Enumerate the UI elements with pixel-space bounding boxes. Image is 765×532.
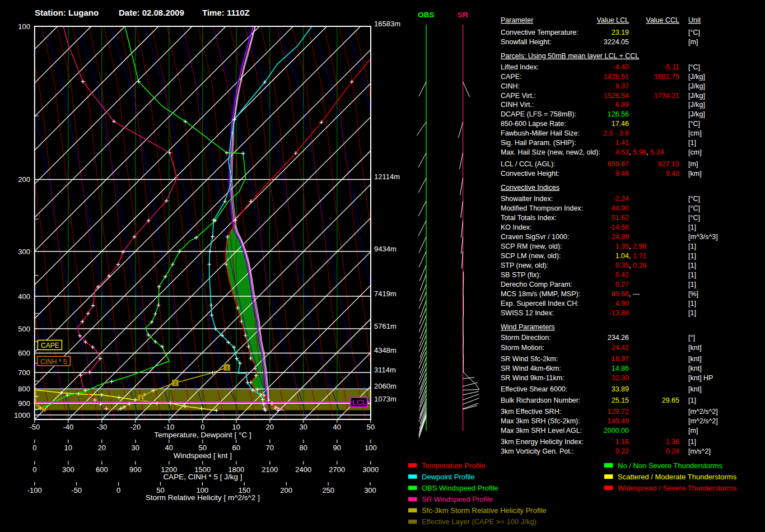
svg-text:[J/kg]: [J/kg] [688, 110, 705, 118]
svg-text:0.22: 0.22 [615, 447, 629, 455]
svg-text:40: 40 [333, 423, 341, 431]
svg-text:CAPE, CINH * 5 [ J/kg ]: CAPE, CINH * 5 [ J/kg ] [163, 473, 242, 481]
svg-text:Windspeed [ knt ]: Windspeed [ knt ] [174, 451, 232, 460]
svg-text:SR: SR [458, 11, 468, 19]
svg-text:16583m: 16583m [374, 20, 400, 28]
svg-text:LCL / CCL (AGL):: LCL / CCL (AGL): [501, 160, 556, 168]
svg-text:LCL: LCL [353, 398, 367, 407]
svg-text:[knt] HP: [knt] HP [688, 374, 713, 382]
svg-text:51.62: 51.62 [612, 214, 629, 222]
svg-text:-40: -40 [63, 423, 73, 431]
svg-text:Derecho Comp Param:: Derecho Comp Param: [501, 281, 572, 288]
svg-text:[1]: [1] [688, 242, 696, 250]
svg-text:1526.54: 1526.54 [604, 92, 629, 100]
svg-text:Exp. Supercell Index CH:: Exp. Supercell Index CH: [501, 300, 579, 307]
svg-text:Date: 02.08.2009: Date: 02.08.2009 [119, 8, 184, 17]
svg-text:Sig. Hail Param. (SHIP):: Sig. Hail Param. (SHIP): [501, 139, 576, 147]
svg-text:[°C]: [°C] [688, 204, 700, 212]
svg-text:, 5.98, 5.24: , 5.98, 5.24 [629, 148, 664, 156]
svg-text:700: 700 [18, 368, 30, 377]
svg-text:[J/kg]: [J/kg] [688, 73, 705, 81]
svg-text:100: 100 [18, 22, 30, 31]
svg-text:DCAPE (LFS = 758mB):: DCAPE (LFS = 758mB): [501, 110, 576, 118]
svg-text:50: 50 [367, 423, 375, 431]
svg-text:1734.21: 1734.21 [654, 92, 679, 100]
svg-text:[knt]: [knt] [688, 385, 702, 393]
svg-text:0.35: 0.35 [615, 262, 629, 269]
svg-text:Modified Thompson Index:: Modified Thompson Index: [501, 204, 583, 212]
svg-text:-14.56: -14.56 [609, 223, 629, 231]
svg-text:[cm]: [cm] [688, 148, 702, 156]
svg-text:Convective Indices: Convective Indices [501, 184, 559, 192]
svg-text:10: 10 [64, 444, 72, 452]
svg-text:2: 2 [174, 380, 176, 386]
svg-text:0: 0 [32, 444, 36, 452]
svg-text:1.41: 1.41 [615, 139, 629, 147]
svg-text:600: 600 [96, 465, 108, 474]
svg-text:149.49: 149.49 [608, 417, 629, 425]
svg-text:234.26: 234.26 [608, 334, 629, 342]
svg-text:Scattered / Moderate Thunderst: Scattered / Moderate Thunderstorms [618, 473, 737, 481]
svg-text:[°C]: [°C] [688, 29, 700, 36]
svg-text:90: 90 [333, 444, 341, 452]
svg-text:Effective Layer (CAPE >= 100 J: Effective Layer (CAPE >= 100 J/kg) [422, 517, 537, 526]
svg-text:-4.40: -4.40 [613, 63, 629, 71]
svg-text:3km Effective SRH:: 3km Effective SRH: [501, 408, 561, 416]
svg-text:3: 3 [226, 365, 228, 371]
svg-text:100: 100 [365, 444, 377, 452]
svg-text:1: 1 [139, 395, 142, 401]
svg-text:9.37: 9.37 [615, 82, 629, 90]
svg-text:Craven SigSvr / 1000:: Craven SigSvr / 1000: [501, 233, 569, 241]
svg-text:5761m: 5761m [374, 322, 397, 330]
svg-text:250: 250 [322, 486, 334, 494]
svg-text:[1]: [1] [688, 300, 696, 307]
svg-text:OBS: OBS [418, 11, 434, 19]
svg-text:24.89: 24.89 [612, 233, 629, 241]
svg-text:40: 40 [165, 444, 173, 452]
svg-text:12114m: 12114m [374, 172, 400, 181]
svg-text:0.27: 0.27 [615, 281, 629, 288]
svg-text:Parcels: Using 50mB mean layer: Parcels: Using 50mB mean layer LCL + CCL [501, 52, 639, 60]
svg-text:Snowfall Height:: Snowfall Height: [501, 38, 551, 46]
svg-text:800: 800 [18, 385, 30, 393]
svg-text:Max. Hail Size (new, new2, old: Max. Hail Size (new, new2, old): [501, 148, 600, 156]
svg-text:2060m: 2060m [374, 382, 397, 390]
svg-text:3000: 3000 [362, 465, 379, 474]
svg-text:[m^3/s^3]: [m^3/s^3] [688, 233, 718, 241]
svg-text:KO Index:: KO Index: [501, 223, 532, 231]
svg-text:2400: 2400 [295, 465, 311, 474]
svg-text:Station: Lugano: Station: Lugano [35, 8, 99, 17]
svg-text:[knt]: [knt] [688, 355, 702, 363]
svg-text:[1]: [1] [688, 309, 696, 317]
svg-text:0.24: 0.24 [666, 447, 679, 455]
svg-text:1.04: 1.04 [615, 252, 629, 260]
svg-text:Bulk Richardson Number:: Bulk Richardson Number: [501, 396, 580, 404]
svg-text:-13.88: -13.88 [609, 309, 629, 317]
svg-text:-100: -100 [27, 486, 42, 494]
svg-text:-30: -30 [96, 423, 107, 431]
svg-text:4.90: 4.90 [615, 300, 629, 307]
svg-text:33.89: 33.89 [612, 385, 629, 393]
svg-text:1.16: 1.16 [615, 438, 629, 446]
svg-text:16.97: 16.97 [612, 355, 629, 363]
svg-text:[km]: [km] [688, 170, 702, 178]
svg-text:[m]: [m] [688, 38, 698, 46]
svg-text:Convective Height:: Convective Height: [501, 170, 559, 178]
svg-text:Value LCL: Value LCL [597, 16, 629, 24]
svg-text:CAPE:: CAPE: [501, 73, 522, 81]
svg-text:[1]: [1] [688, 438, 696, 446]
svg-text:Dewpoint Profile: Dewpoint Profile [422, 473, 475, 481]
svg-text:0.42: 0.42 [615, 271, 629, 279]
svg-text:20: 20 [266, 423, 274, 431]
svg-text:25.15: 25.15 [612, 396, 629, 404]
svg-text:Max 3km SRH (Sfc-2km):: Max 3km SRH (Sfc-2km): [501, 417, 580, 425]
svg-text:Wind Parameters: Wind Parameters [501, 323, 555, 331]
svg-text:CINH Virt.:: CINH Virt.: [501, 101, 534, 109]
svg-text:126.56: 126.56 [608, 110, 629, 118]
svg-text:3km Energy Helicity Index:: 3km Energy Helicity Index: [501, 438, 584, 446]
svg-text:[cm]: [cm] [688, 129, 702, 137]
svg-text:Time: 1110Z: Time: 1110Z [202, 8, 250, 17]
svg-text:CINH * 5: CINH * 5 [40, 358, 67, 366]
svg-text:-50: -50 [71, 486, 82, 494]
svg-text:900: 900 [129, 465, 142, 474]
